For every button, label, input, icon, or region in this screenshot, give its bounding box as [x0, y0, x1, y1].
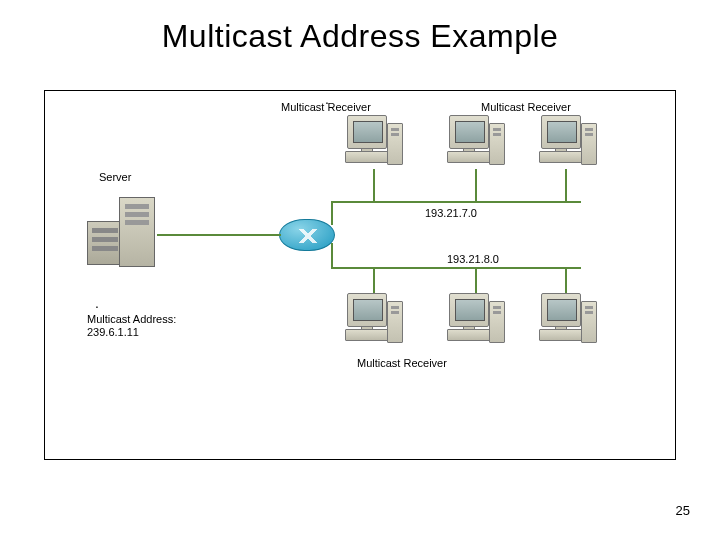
- link-router-net1: [331, 201, 333, 225]
- net1-bus: [331, 201, 581, 203]
- link-router-net2: [331, 243, 333, 269]
- net1-drop-3: [565, 169, 567, 203]
- net2-label: 193.21.8.0: [447, 253, 499, 265]
- net2-drop-3: [565, 267, 567, 295]
- mcast-address-value: 239.6.1.11: [87, 326, 139, 338]
- net1-drop-2: [475, 169, 477, 203]
- computer-bot-1: [341, 293, 403, 351]
- slide-title: Multicast Address Example: [0, 0, 720, 55]
- receiver-top1-label: Multicast Receiver: [281, 101, 371, 113]
- receiver-top2-label: Multicast Receiver: [481, 101, 571, 113]
- computer-top-3: [535, 115, 597, 173]
- receiver-bottom-label: Multicast Receiver: [357, 357, 447, 369]
- net2-drop-1: [373, 267, 375, 295]
- net2-drop-2: [475, 267, 477, 295]
- dot-left: .: [95, 295, 99, 311]
- server-icon: [87, 191, 159, 271]
- computer-bot-2: [443, 293, 505, 351]
- computer-bot-3: [535, 293, 597, 351]
- computer-top-1: [341, 115, 403, 173]
- link-server-router: [157, 234, 281, 236]
- server-label: Server: [99, 171, 131, 183]
- net2-bus: [331, 267, 581, 269]
- slide-number: 25: [676, 503, 690, 518]
- computer-top-2: [443, 115, 505, 173]
- mcast-address-label: Multicast Address:: [87, 313, 176, 325]
- net1-label: 193.21.7.0: [425, 207, 477, 219]
- router-icon: [279, 219, 335, 251]
- diagram-frame: Server . Multicast Address: 239.6.1.11 1…: [44, 90, 676, 460]
- net1-drop-1: [373, 169, 375, 203]
